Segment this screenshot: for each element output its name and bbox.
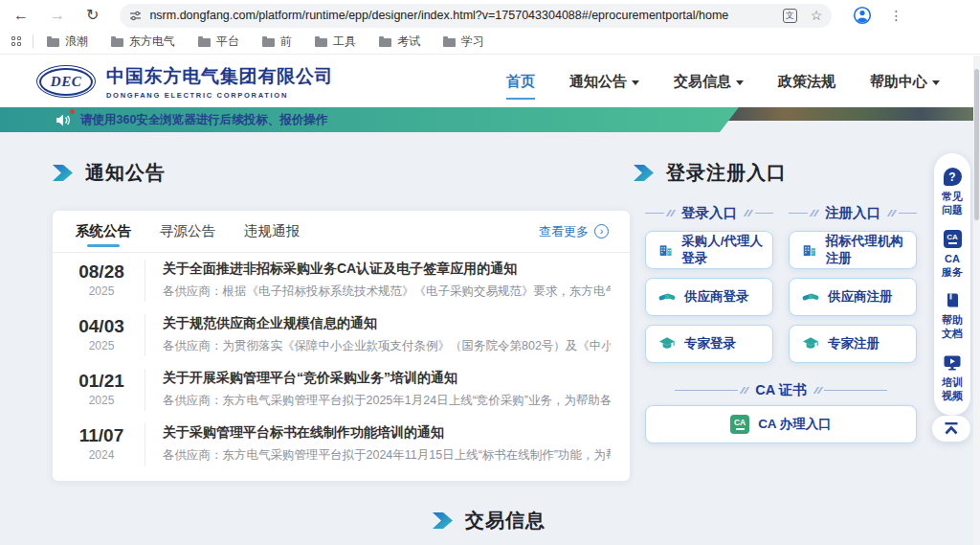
notice-desc: 各供应商：东方电气采购管理平台拟于2024年11月15日上线“标书在线制作”功能… [163, 447, 611, 464]
toolbar-right: ⋮ [853, 6, 902, 25]
help-doc-item[interactable]: 帮助文档 [934, 286, 970, 349]
scrollbar-thumb[interactable] [974, 69, 979, 220]
tab-system-notices[interactable]: 系统公告 [76, 211, 131, 252]
section-title-text: 通知公告 [85, 160, 166, 186]
ca-apply-button[interactable]: CA CA 办理入口 [645, 405, 917, 443]
nav-home[interactable]: 首页 [506, 73, 535, 91]
notice-title[interactable]: 关于全面推进非招标采购业务CA认证及电子签章应用的通知 [163, 261, 611, 278]
ca-service-item[interactable]: CA CA服务 [934, 225, 970, 287]
trade-section-title: 交易信息 [433, 508, 546, 534]
list-item[interactable]: 08/28 2025 关于全面推进非招标采购业务CA认证及电子签章应用的通知 各… [53, 253, 630, 307]
agency-register-button[interactable]: 招标代理机构注册 [789, 231, 917, 269]
entry-grid: 登录入口 注册入口 采购人/代理人登录 [645, 203, 923, 363]
login-subheader: 登录入口 [645, 203, 773, 222]
company-name-cn: 中国东方电气集团有限公司 [106, 64, 334, 89]
bookmark-label: 工具 [333, 34, 356, 50]
bookmark-folder[interactable]: 学习 [443, 34, 484, 50]
browser-chrome: ← → ↻ nsrm.dongfang.com/platform/runtime… [0, 0, 980, 56]
login-section-title: 登录注册入口 [634, 159, 923, 186]
reload-icon[interactable]: ↻ [86, 8, 99, 23]
bookmark-label: 考试 [397, 34, 420, 50]
nav-policies[interactable]: 政策法规 [778, 73, 835, 91]
button-label: 招标代理机构注册 [826, 233, 916, 267]
main-content: 通知公告 系统公告 寻源公告 违规通报 查看更多 › 08/28 [0, 132, 980, 481]
chevron-down-icon [736, 80, 744, 85]
list-item[interactable]: 04/03 2025 关于规范供应商企业规模信息的通知 各供应商：为贯彻落实《保… [53, 307, 630, 362]
url-bar[interactable]: nsrm.dongfang.com/platform/runtime/epp/d… [120, 4, 832, 28]
notice-date: 01/21 2025 [76, 372, 127, 407]
login-register-section: 登录注册入口 登录入口 注册入口 [634, 132, 923, 481]
expert-login-button[interactable]: 专家登录 [645, 325, 773, 363]
building-icon [802, 241, 817, 259]
view-more-link[interactable]: 查看更多 › [539, 223, 609, 240]
back-to-top-button[interactable] [932, 416, 970, 442]
ca-icon: CA [944, 230, 962, 248]
ca-service-label: CA服务 [940, 252, 965, 280]
speaker-icon [56, 113, 72, 127]
profile-icon[interactable] [853, 6, 872, 25]
menu-kebab-icon[interactable]: ⋮ [889, 8, 902, 23]
nav-trade-info[interactable]: 交易信息 [674, 73, 744, 91]
notice-title[interactable]: 关于规范供应商企业规模信息的通知 [163, 315, 611, 332]
graduation-cap-icon [658, 335, 676, 352]
section-title-text: 登录注册入口 [666, 160, 787, 186]
page-scrollbar[interactable] [973, 56, 980, 545]
notice-date: 08/28 2025 [76, 262, 127, 298]
bookmarks-bar: 浪潮 东方电气 平台 前 工具 考试 学习 [0, 29, 980, 55]
folder-icon [111, 38, 123, 47]
apps-grid-icon[interactable] [11, 36, 21, 46]
button-label: 专家注册 [828, 335, 880, 352]
purchaser-login-button[interactable]: 采购人/代理人登录 [645, 231, 773, 269]
button-label: 专家登录 [684, 335, 736, 352]
company-logo[interactable]: DEC 中国东方电气集团有限公司 DONGFANG ELECTRIC CORPO… [36, 64, 334, 100]
training-video-item[interactable]: 培训视频 [934, 349, 970, 411]
tab-violation-reports[interactable]: 违规通报 [244, 211, 300, 252]
bookmark-star-icon[interactable]: ☆ [811, 8, 823, 23]
ca-cert-subheader: CA 证书 [645, 380, 917, 399]
bookmark-folder[interactable]: 平台 [198, 34, 239, 50]
notice-desc: 各供应商：为贯彻落实《保障中小企业款项支付条例》（国务院令第802号）及《中小企… [163, 338, 611, 354]
document-icon [944, 291, 962, 309]
site-settings-icon[interactable] [129, 10, 142, 22]
bookmark-folder[interactable]: 前 [262, 34, 292, 50]
company-name: 中国东方电气集团有限公司 DONGFANG ELECTRIC CORPORATI… [106, 64, 334, 100]
faq-label: 常见问题 [940, 190, 965, 217]
handshake-icon [658, 288, 676, 306]
nav-notices[interactable]: 通知公告 [569, 73, 639, 91]
notice-ribbon: 请使用360安全浏览器进行后续投标、报价操作 [0, 107, 739, 132]
translate-icon[interactable]: 文 [783, 9, 797, 23]
url-text[interactable]: nsrm.dongfang.com/platform/runtime/epp/d… [149, 9, 768, 22]
graduation-cap-icon [802, 335, 819, 352]
notice-desc: 各供应商：东方电气采购管理平台拟于2025年1月24日上线“竞价采购”业务，为帮… [163, 393, 611, 409]
section-arrow-icon [433, 511, 453, 530]
bookmark-folder[interactable]: 考试 [379, 34, 420, 50]
supplier-login-button[interactable]: 供应商登录 [645, 278, 773, 316]
notices-tabbar: 系统公告 寻源公告 违规通报 查看更多 › [53, 211, 630, 253]
nav-help-center[interactable]: 帮助中心 [870, 73, 940, 91]
supplier-register-button[interactable]: 供应商注册 [789, 278, 917, 316]
notice-title[interactable]: 关于采购管理平台标书在线制作功能培训的通知 [163, 424, 611, 442]
banner-zone: 请使用360安全浏览器进行后续投标、报价操作 [0, 107, 980, 132]
faq-item[interactable]: ? 常见问题 [934, 163, 970, 225]
bookmark-folder[interactable]: 工具 [315, 34, 356, 50]
notice-date: 04/03 2025 [76, 317, 127, 352]
list-item[interactable]: 01/21 2025 关于开展采购管理平台“竞价采购业务”培训的通知 各供应商：… [53, 362, 630, 417]
folder-icon [379, 38, 391, 47]
folder-icon [315, 38, 327, 47]
back-icon[interactable]: ← [13, 8, 29, 23]
bookmark-folder[interactable]: 浪潮 [47, 34, 88, 50]
folder-icon [443, 38, 456, 47]
folder-icon [47, 38, 59, 47]
notices-card: 系统公告 寻源公告 违规通报 查看更多 › 08/28 2025 [53, 211, 630, 481]
help-doc-label: 帮助文档 [940, 313, 965, 341]
tab-sourcing-notices[interactable]: 寻源公告 [160, 211, 215, 252]
bookmark-label: 东方电气 [129, 34, 175, 50]
view-more-label: 查看更多 [539, 223, 589, 240]
forward-icon[interactable]: → [50, 8, 65, 23]
bookmark-folder[interactable]: 东方电气 [111, 34, 175, 50]
notice-title[interactable]: 关于开展采购管理平台“竞价采购业务”培训的通知 [163, 370, 611, 387]
expert-register-button[interactable]: 专家注册 [789, 325, 917, 363]
floating-toolbar: ? 常见问题 CA CA服务 帮助文档 培训视频 [934, 153, 970, 416]
list-item[interactable]: 11/07 2024 关于采购管理平台标书在线制作功能培训的通知 各供应商：东方… [53, 417, 630, 471]
handshake-icon [802, 288, 819, 306]
